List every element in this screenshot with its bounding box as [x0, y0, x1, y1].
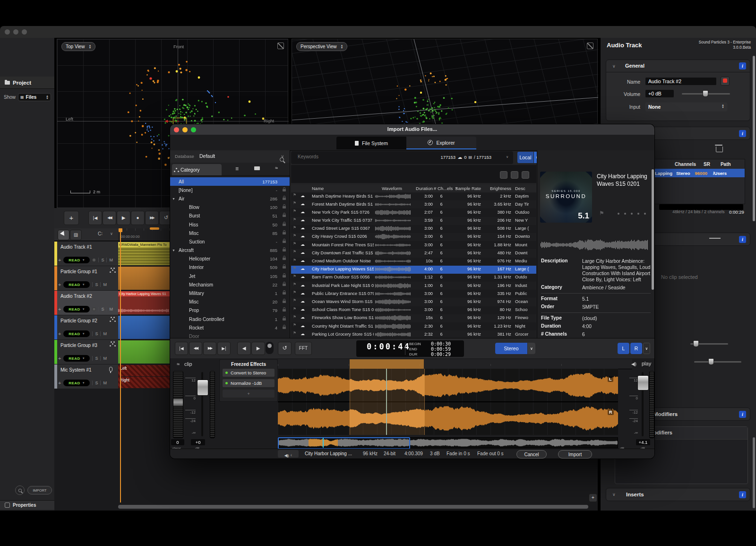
volume-slider-thumb[interactable] — [703, 90, 708, 97]
panel-scrollbar-lower[interactable] — [753, 437, 755, 508]
enabled-dot-icon[interactable] — [225, 382, 228, 384]
window-zoom-button[interactable] — [22, 29, 27, 35]
chevron-down-icon[interactable]: ▼ — [172, 197, 175, 200]
col-waveform[interactable]: Waveform — [382, 186, 402, 191]
file-row[interactable]: ⚑ ☁ Industrial Park Late Night S15 0 1:0… — [291, 282, 536, 290]
solo-button[interactable]: S — [92, 282, 98, 287]
window-close-button[interactable] — [5, 29, 10, 35]
file-row[interactable]: ⚑ ☁ Public Library Entrance S15 079 3:00… — [291, 290, 536, 298]
file-row[interactable]: ⚑ ☁ Marsh Daytime Heavy Birds S1 3:00 6 … — [291, 192, 536, 200]
clip[interactable] — [118, 316, 170, 339]
fullscreen-icon[interactable] — [277, 43, 284, 49]
file-row[interactable]: ⚑ ☁ City Downtown Fast Traffic S15 2:47 … — [291, 249, 536, 257]
track-add-button[interactable]: + — [58, 282, 61, 287]
search-icon[interactable] — [280, 157, 284, 162]
track-row[interactable]: Audio Track #1 + READ▼ S M CRWDWalla_Man… — [54, 242, 170, 266]
category-item[interactable]: ▼ Rocket 4 — [170, 323, 290, 332]
record-arm-button[interactable] — [92, 258, 96, 262]
category-item[interactable]: ▼ Helicopter 104 — [170, 255, 290, 263]
project-file-item[interactable] — [2, 108, 54, 110]
database-selector[interactable]: Database Default ∨ — [170, 150, 290, 163]
editor-ruler[interactable] — [278, 359, 632, 369]
record-toggle[interactable] — [266, 342, 274, 354]
play-button[interactable]: ▶ — [117, 211, 130, 225]
waveform-display[interactable]: L R — [278, 369, 618, 435]
col-path[interactable]: Path — [721, 162, 731, 167]
ruler-selection[interactable] — [350, 359, 424, 369]
snap-mode-button[interactable]: C∶ — [98, 231, 103, 236]
input-select[interactable]: None — [645, 102, 728, 112]
track-clip-lane[interactable]: CRWDWalla_Manneken Pis To — [118, 242, 170, 266]
track-row[interactable]: Particle Group #2 + READ▼ S M — [54, 315, 170, 339]
overview-minimap[interactable] — [278, 437, 618, 448]
draw-tool-button[interactable]: ▨ — [70, 230, 82, 240]
loop-marker[interactable] — [150, 227, 159, 230]
mic-clip-right[interactable]: Right — [118, 377, 170, 388]
skip-start-button[interactable]: |◀ — [175, 342, 188, 355]
track-header[interactable]: Particle Group #1 + READ▼ S M — [54, 266, 118, 290]
playhead[interactable] — [120, 228, 121, 503]
file-row[interactable]: ⚑ ☁ Crowd Street Large S15 0367 3:00 6 9… — [291, 225, 536, 233]
fullscreen-icon[interactable] — [587, 43, 593, 49]
solo-button[interactable]: S — [98, 258, 104, 262]
track-row[interactable]: Mic System #1 + READ▼ S M — [54, 364, 170, 389]
record-arm-button[interactable] — [92, 307, 96, 311]
play-db-value[interactable]: +4.1 — [636, 439, 650, 445]
audio-file-row[interactable]: Lapping Stereo 96000 /Users — [654, 169, 745, 177]
mic-clip-left[interactable]: Left — [118, 365, 170, 376]
file-row[interactable]: ⚑ ☁ Parking Lot Grocery Store S15 0 2:32… — [291, 330, 536, 338]
skip-start-button[interactable]: |◀ — [88, 211, 102, 225]
category-item[interactable]: ▼ Mechanism 22 — [170, 280, 290, 289]
category-item[interactable]: ▼ Misc 85 — [170, 229, 290, 237]
category-item[interactable]: ▼ Aircraft 885 — [170, 246, 290, 255]
add-effect-button[interactable]: + — [222, 389, 275, 398]
mute-button[interactable]: M — [100, 282, 107, 287]
import-button[interactable]: Import — [558, 450, 592, 459]
loop-button[interactable]: ↺ — [278, 342, 292, 355]
track-row[interactable]: Particle Group #3 + READ▼ S M — [54, 340, 170, 364]
info-button[interactable]: i — [739, 130, 746, 137]
local-filter-button[interactable]: Local — [517, 152, 533, 163]
track-clip-lane[interactable]: City Harbor Lapping Waves S1 — [118, 291, 170, 315]
export-button[interactable]: ◀)) ‹ — [278, 450, 299, 458]
selection-region[interactable] — [350, 369, 425, 435]
collapse-chevron-icon[interactable]: ∨ — [612, 492, 616, 497]
sidebar-import-button[interactable]: IMPORT — [27, 486, 52, 494]
volume-field[interactable]: +0 dB — [645, 89, 674, 98]
keywords-input[interactable] — [297, 154, 393, 160]
category-item[interactable]: ▼ Burst 51 — [170, 212, 290, 220]
preview-scrollbar[interactable] — [652, 169, 654, 290]
panel-scrollbar[interactable] — [753, 56, 755, 221]
automation-mode-dropdown[interactable]: READ▼ — [63, 257, 90, 263]
channel-mode-dropdown[interactable]: ∨ — [528, 343, 535, 354]
mute-button[interactable]: M — [100, 381, 107, 385]
col-name[interactable]: Name — [312, 186, 324, 191]
window-minimize-button[interactable] — [13, 29, 18, 35]
solo-button[interactable]: S — [92, 356, 98, 361]
solo-button[interactable]: S — [92, 381, 98, 385]
mic-clips[interactable]: Left Right — [118, 365, 170, 388]
effect-item[interactable]: Normalize -1dB — [222, 379, 275, 388]
track-add-button[interactable]: + — [58, 380, 61, 386]
track-clip-lane[interactable] — [118, 315, 170, 339]
automation-mode-dropdown[interactable]: READ▼ — [63, 281, 90, 288]
file-row[interactable]: ⚑ ☁ Fireworks Show Low Booms S1 15s 6 96… — [291, 314, 536, 322]
mute-button[interactable]: M — [106, 258, 113, 262]
info-button[interactable]: i — [739, 236, 746, 243]
file-row[interactable]: ⚑ ☁ Mountain Forest Pine Trees S15 3:00 … — [291, 241, 536, 249]
record-enable-button[interactable] — [721, 77, 730, 86]
category-item[interactable]: ▼ Jet 105 — [170, 272, 290, 280]
track-header[interactable]: Audio Track #2 + READ▼ S M — [54, 291, 118, 315]
record-button[interactable]: ● — [131, 211, 145, 225]
info-button[interactable]: i — [739, 62, 746, 69]
file-row[interactable]: ⚑ ☁ Barn Farm Outdoor S15 0056 1:12 6 96… — [291, 274, 536, 282]
file-row[interactable]: ⚑ ☁ New York City Park S15 0726 2:07 6 9… — [291, 208, 536, 217]
track-row[interactable]: Particle Group #1 + READ▼ S M — [54, 266, 170, 290]
category-item[interactable]: ▼ Military 1 — [170, 289, 290, 297]
track-name-field[interactable]: Audio Track #2 — [645, 77, 717, 86]
col-brightness[interactable]: Brightness — [484, 186, 511, 191]
track-header[interactable]: Mic System #1 + READ▼ S M — [54, 364, 118, 389]
rating-dots[interactable] — [618, 213, 646, 215]
waveform-view-icon[interactable]: ≈ — [275, 165, 278, 171]
skip-end-button[interactable]: ▶| — [217, 342, 231, 355]
